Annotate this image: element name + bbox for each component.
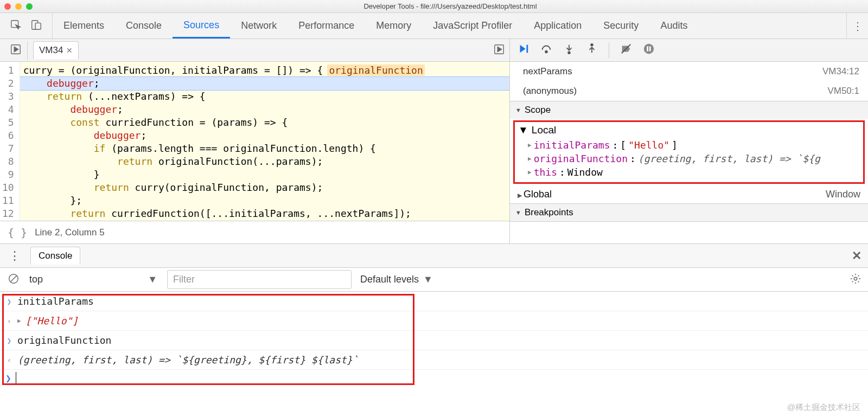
tab-console[interactable]: Console [115,13,173,39]
tab-sources[interactable]: Sources [173,13,230,39]
code-area[interactable]: curry = (originalFunction, initialParams… [20,62,509,221]
window-title: Developer Tools - file:///Users/yazeed/D… [37,2,864,10]
svg-rect-11 [647,46,648,51]
svg-point-6 [545,51,547,53]
scope-header[interactable]: ▼Scope [510,101,868,119]
pretty-print-icon[interactable]: { } [8,226,27,239]
console-body[interactable]: ❯initialParams‹▶ ["Hello"]❯originalFunct… [0,292,868,417]
breakpoints-header[interactable]: ▼Breakpoints [510,204,868,221]
console-row[interactable]: ❯originalFunction [0,331,868,350]
svg-point-15 [854,277,857,280]
sources-file-bar: VM34 ✕ [0,39,509,62]
deactivate-breakpoints-icon[interactable] [620,43,632,57]
resume-icon[interactable] [518,43,529,57]
call-stack: nextParams VM34:12 (anonymous) VM50:1 [510,62,868,101]
log-levels-selector[interactable]: Default levels▼ [360,274,433,285]
cursor-position: Line 2, Column 5 [35,227,105,238]
devtools-toolbar: Elements Console Sources Network Perform… [0,13,868,39]
tab-js-profiler[interactable]: JavaScript Profiler [422,13,523,39]
file-tab-label: VM34 [39,45,63,56]
scope-local-box: ▼Local ▶initialParams: ["Hello"]▶origina… [513,120,865,184]
tab-performance[interactable]: Performance [288,13,365,39]
step-over-icon[interactable] [540,43,552,57]
svg-rect-5 [527,45,528,53]
tab-network[interactable]: Network [230,13,288,39]
frame-name: (anonymous) [523,86,577,97]
scope-global-value: Window [826,189,860,200]
scope-var[interactable]: ▶initialParams: ["Hello"] [515,138,863,152]
console-controls: top▼ Filter Default levels▼ [0,268,868,292]
context-selector[interactable]: top▼ [28,272,158,287]
scope-global[interactable]: ▶ Global Window [510,185,868,203]
svg-point-10 [644,44,654,54]
console-row[interactable]: ❯initialParams [0,292,868,311]
step-into-icon[interactable] [563,43,575,57]
titlebar: Developer Tools - file:///Users/yazeed/D… [0,0,868,13]
svg-rect-12 [649,46,651,51]
scope-var[interactable]: ▶this: Window [515,165,863,179]
window-controls [4,3,33,10]
step-out-icon[interactable] [586,43,598,57]
console-settings-icon[interactable] [850,273,861,287]
run-snippet-icon[interactable] [493,43,505,57]
console-row[interactable]: ‹▶ ["Hello"] [0,311,868,331]
tab-elements[interactable]: Elements [53,13,115,39]
play-icon[interactable] [4,41,28,60]
file-tab[interactable]: VM34 ✕ [33,41,79,59]
scope-var[interactable]: ▶originalFunction: (greeting, first, las… [515,152,863,165]
tab-memory[interactable]: Memory [365,13,422,39]
console-drawer: ⋮ Console ✕ top▼ Filter Default levels▼ … [0,244,868,417]
stack-frame[interactable]: nextParams VM34:12 [510,62,868,81]
breakpoints-section: ▼Breakpoints [510,204,868,222]
close-window[interactable] [4,3,11,10]
frame-location: VM50:1 [827,86,859,97]
pause-exceptions-icon[interactable] [643,43,655,57]
filter-input[interactable]: Filter [167,270,352,289]
svg-rect-2 [35,23,41,29]
svg-line-14 [11,275,17,281]
editor-status: { } Line 2, Column 5 [0,221,509,243]
zoom-window[interactable] [26,3,33,10]
drawer-menu-icon[interactable]: ⋮ [5,249,24,263]
tab-audits[interactable]: Audits [649,13,698,39]
kebab-menu-icon[interactable]: ⋮ [846,13,868,39]
frame-name: nextParams [523,66,572,77]
clear-console-icon[interactable] [8,273,20,287]
debugger-toolbar [510,39,868,62]
panel-tabs: Elements Console Sources Network Perform… [53,13,846,39]
close-tab-icon[interactable]: ✕ [66,46,73,55]
tab-security[interactable]: Security [592,13,649,39]
line-gutter: 123456789101112 [0,62,20,221]
scope-local-header[interactable]: ▼Local [515,122,863,138]
svg-point-7 [568,52,570,54]
minimize-window[interactable] [15,3,22,10]
console-prompt[interactable]: ❯ [0,370,868,386]
frame-location: VM34:12 [822,66,859,77]
scope-section: ▼Scope ▼Local ▶initialParams: ["Hello"]▶… [510,101,868,204]
watermark: @稀土掘金技术社区 [787,402,860,413]
tab-application[interactable]: Application [523,13,592,39]
code-editor[interactable]: 123456789101112 curry = (originalFunctio… [0,62,509,221]
debugger-pane: nextParams VM34:12 (anonymous) VM50:1 ▼S… [510,39,868,243]
close-drawer-icon[interactable]: ✕ [852,249,861,263]
svg-point-8 [591,44,593,46]
console-tab[interactable]: Console [30,247,80,265]
device-toolbar-icon[interactable] [30,19,42,33]
console-row[interactable]: ‹(greeting, first, last) => `${greeting}… [0,350,868,370]
console-tabbar: ⋮ Console ✕ [0,244,868,268]
inspect-element-icon[interactable] [10,19,22,33]
stack-frame[interactable]: (anonymous) VM50:1 [510,81,868,101]
